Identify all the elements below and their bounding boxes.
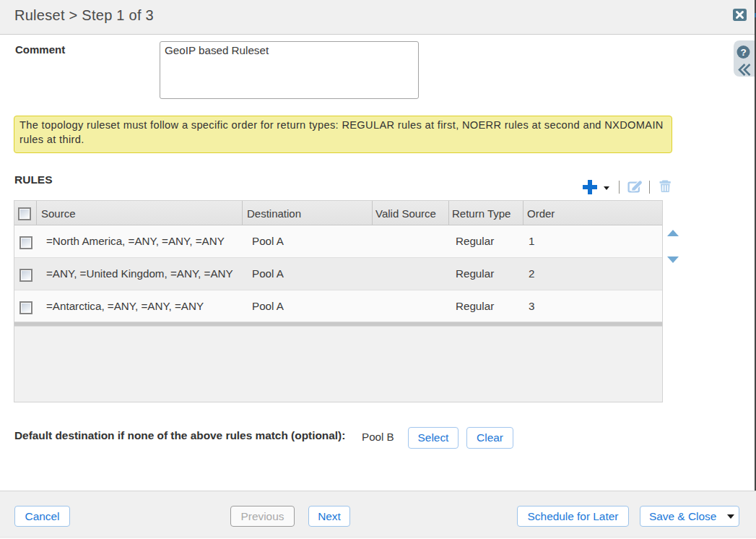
svg-text:?: ? xyxy=(740,47,746,58)
